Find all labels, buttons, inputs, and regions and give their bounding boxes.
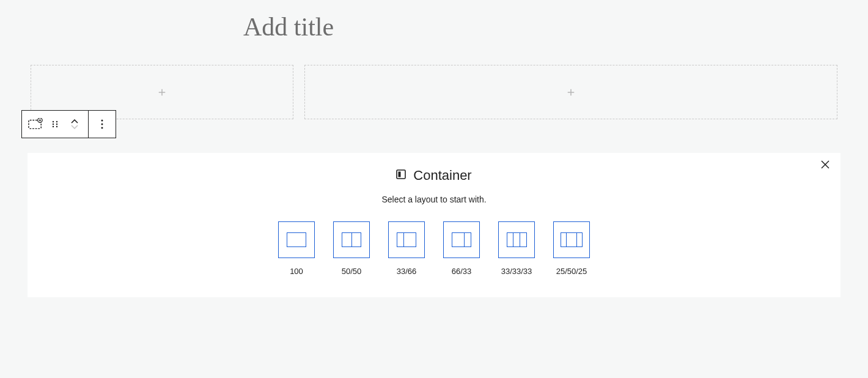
layout-option-50-50[interactable]: 50/50: [333, 221, 370, 276]
add-block-button[interactable]: [565, 86, 577, 98]
chevron-up-icon: [71, 119, 78, 124]
block-toolbar: [21, 110, 116, 138]
block-type-icon[interactable]: [28, 117, 43, 132]
drag-handle-icon[interactable]: [48, 117, 62, 132]
layout-label: 66/33: [452, 267, 472, 276]
columns-row: [31, 65, 837, 119]
svg-point-14: [101, 120, 103, 122]
layout-label: 100: [290, 267, 303, 276]
svg-rect-20: [399, 172, 401, 177]
svg-point-11: [56, 124, 57, 125]
svg-point-15: [101, 124, 103, 125]
svg-rect-19: [397, 170, 405, 179]
svg-point-9: [56, 121, 57, 122]
svg-point-12: [53, 126, 54, 127]
more-options-button[interactable]: [95, 117, 109, 132]
svg-point-13: [56, 126, 57, 127]
layout-option-25-50-25[interactable]: 25/50/25: [553, 221, 590, 276]
svg-point-10: [53, 124, 54, 125]
add-block-button[interactable]: [156, 86, 168, 98]
container-icon: [396, 169, 406, 182]
layout-option-66-33[interactable]: 66/33: [443, 221, 480, 276]
layout-label: 50/50: [342, 267, 362, 276]
layout-label: 33/33/33: [501, 267, 532, 276]
chevron-down-icon: [71, 124, 78, 129]
post-title-input[interactable]: Add title: [243, 12, 868, 42]
move-up-down-control[interactable]: [67, 117, 82, 132]
layout-option-100[interactable]: 100: [278, 221, 315, 276]
svg-point-16: [101, 127, 103, 129]
close-icon: [821, 160, 829, 169]
column-placeholder-2[interactable]: [304, 65, 837, 119]
layout-option-33-66[interactable]: 33/66: [388, 221, 425, 276]
layout-option-33-33-33[interactable]: 33/33/33: [498, 221, 535, 276]
panel-title: Container: [413, 168, 471, 183]
container-layout-panel: Container Select a layout to start with.…: [28, 153, 840, 297]
svg-point-8: [53, 121, 54, 122]
layout-label: 25/50/25: [556, 267, 587, 276]
layout-label: 33/66: [397, 267, 417, 276]
panel-subtitle: Select a layout to start with.: [40, 195, 828, 204]
close-button[interactable]: [821, 160, 829, 171]
